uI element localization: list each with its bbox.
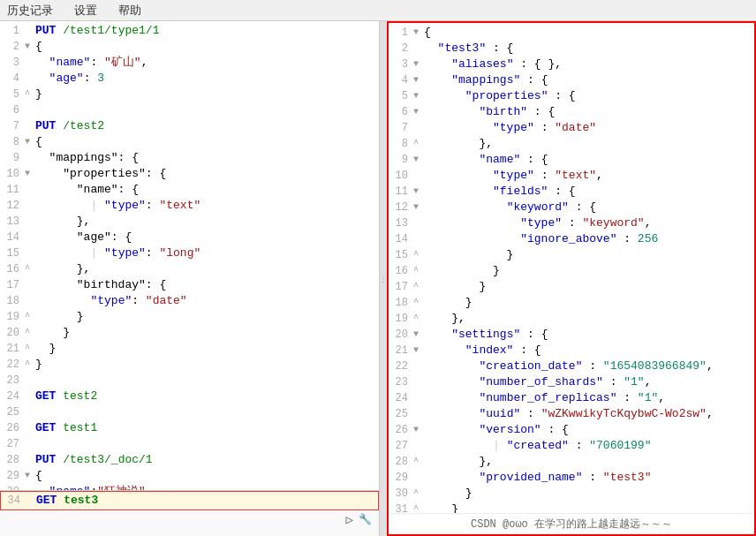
fold-icon[interactable]: ^ (25, 261, 35, 277)
line-content: "type" : "date" (424, 120, 754, 136)
fold-icon[interactable]: ^ (25, 341, 35, 357)
line-number: 22 (0, 357, 25, 373)
fold-icon[interactable]: ▼ (413, 104, 424, 120)
line-content: "settings" : { (424, 327, 754, 343)
line-content: "type": "date" (35, 293, 379, 309)
menu-settings[interactable]: 设置 (71, 1, 101, 20)
table-row: 31^ } (389, 502, 754, 513)
line-content: } (424, 279, 754, 295)
line-number: 8 (0, 134, 25, 150)
fold-icon[interactable]: ^ (413, 247, 424, 263)
table-row: 17^ } (389, 279, 754, 295)
line-number: 3 (389, 57, 413, 72)
line-content: "number_of_replicas" : "1", (424, 390, 754, 406)
line-number: 27 (0, 436, 25, 452)
fold-icon[interactable]: ^ (413, 136, 424, 152)
table-row: 21▼ "index" : { (389, 343, 754, 359)
line-number: 12 (389, 200, 413, 215)
table-row: 2▼{ (0, 39, 379, 55)
line-number: 7 (389, 120, 413, 136)
line-number: 5 (0, 87, 25, 102)
table-row: 17 "birthday": { (0, 277, 379, 293)
line-number: 13 (389, 215, 413, 231)
line-number: 7 (0, 118, 25, 134)
right-code-area[interactable]: 1▼{2 "test3" : {3▼ "aliases" : { },4▼ "m… (389, 23, 754, 513)
table-row: 2 "test3" : { (389, 41, 754, 57)
footer-text: CSDN @οωο 在学习的路上越走越远～～～ (389, 513, 754, 534)
panel-divider[interactable]: ⋮ (380, 21, 387, 536)
active-input-line[interactable]: 34 GET test3 (0, 491, 379, 510)
line-content: "age": 3 (35, 71, 379, 87)
fold-icon[interactable]: ^ (413, 295, 424, 311)
fold-icon[interactable]: ▼ (413, 184, 424, 200)
fold-icon[interactable]: ▼ (413, 57, 424, 72)
table-row: 15^ } (389, 247, 754, 263)
table-row: 12▼ "keyword" : { (389, 200, 754, 215)
line-content: "provided_name" : "test3" (424, 470, 754, 486)
line-number: 30 (389, 486, 413, 502)
left-editor-panel: 1PUT /test1/type1/12▼{3 "name": "矿山",4 "… (0, 21, 380, 536)
line-number: 30 (0, 484, 25, 490)
line-number: 15 (389, 247, 413, 263)
table-row: 7PUT /test2 (0, 118, 379, 134)
fold-icon[interactable]: ^ (413, 486, 424, 502)
fold-icon[interactable]: ▼ (413, 200, 424, 215)
line-number: 28 (0, 452, 25, 468)
line-content: "version" : { (424, 422, 754, 438)
line-content: "ignore_above" : 256 (424, 231, 754, 247)
fold-icon[interactable]: ^ (413, 454, 424, 470)
fold-icon[interactable]: ^ (25, 309, 35, 325)
run-button[interactable]: ▷ (346, 512, 353, 527)
fold-icon[interactable]: ▼ (25, 39, 35, 55)
bottom-input-area: 34 GET test3 ▷ 🔧 (0, 490, 379, 536)
fold-icon[interactable]: ▼ (413, 343, 424, 359)
fold-icon[interactable]: ^ (413, 263, 424, 279)
table-row: 19^ } (0, 309, 379, 325)
fold-icon[interactable]: ^ (413, 279, 424, 295)
menu-history[interactable]: 历史记录 (4, 1, 57, 20)
line-content: "keyword" : { (424, 200, 754, 215)
line-content: "aliases" : { }, (424, 57, 754, 72)
active-line-content[interactable]: GET test3 (36, 493, 378, 509)
line-content: }, (35, 214, 379, 230)
line-content: "birthday": { (35, 277, 379, 293)
table-row: 28^ }, (389, 454, 754, 470)
menu-help[interactable]: 帮助 (115, 1, 145, 20)
line-number: 15 (0, 245, 25, 261)
table-row: 21^ } (0, 341, 379, 357)
left-code-area[interactable]: 1PUT /test1/type1/12▼{3 "name": "矿山",4 "… (0, 21, 379, 490)
wrench-icon[interactable]: 🔧 (359, 513, 372, 526)
line-number: 25 (389, 406, 413, 422)
fold-icon[interactable]: ▼ (413, 25, 424, 41)
table-row: 22^} (0, 357, 379, 373)
line-number: 24 (389, 390, 413, 406)
fold-icon[interactable]: ^ (25, 357, 35, 373)
line-content: "mappings" : { (424, 72, 754, 88)
fold-icon[interactable]: ^ (25, 325, 35, 341)
line-number: 20 (389, 327, 413, 343)
line-number: 29 (389, 470, 413, 486)
line-number: 24 (0, 389, 25, 404)
line-number: 31 (389, 502, 413, 513)
line-number: 11 (0, 182, 25, 198)
fold-icon[interactable]: ▼ (413, 422, 424, 438)
line-content: }, (35, 261, 379, 277)
line-content: "mappings": { (35, 150, 379, 166)
fold-icon[interactable]: ▼ (413, 327, 424, 343)
line-content: } (424, 295, 754, 311)
fold-icon[interactable]: ▼ (25, 134, 35, 150)
fold-icon[interactable]: ▼ (413, 72, 424, 88)
table-row: 5▼ "properties" : { (389, 88, 754, 104)
fold-icon[interactable]: ^ (413, 502, 424, 513)
line-number: 16 (0, 261, 25, 277)
fold-icon[interactable]: ▼ (413, 88, 424, 104)
fold-icon[interactable]: ▼ (25, 468, 35, 484)
fold-icon[interactable]: ▼ (25, 166, 35, 182)
fold-icon[interactable]: ^ (413, 311, 424, 327)
line-number: 20 (0, 325, 25, 341)
line-number: 1 (0, 23, 25, 39)
line-content: "fields" : { (424, 184, 754, 200)
fold-icon[interactable]: ^ (25, 87, 35, 102)
fold-icon[interactable]: ▼ (413, 152, 424, 168)
line-content: | "created" : "7060199" (424, 438, 754, 454)
